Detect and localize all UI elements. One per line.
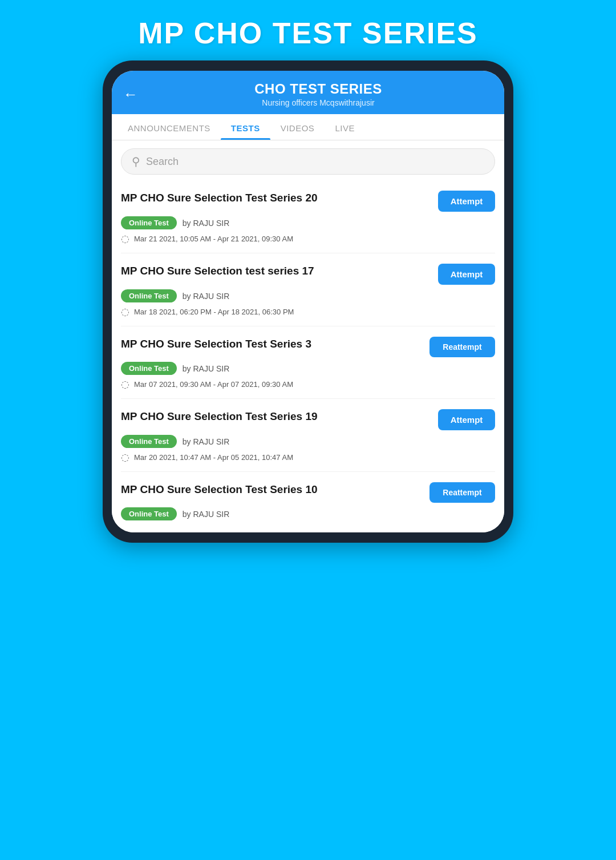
clock-icon: ◌ (121, 306, 129, 318)
header-title: CHO TEST SERIES (144, 81, 493, 97)
test-meta: Online Test by RAJU SIR (121, 435, 495, 448)
online-test-badge: Online Test (121, 507, 177, 520)
date-range: Mar 20 2021, 10:47 AM - Apr 05 2021, 10:… (134, 453, 293, 462)
clock-icon: ◌ (121, 451, 129, 463)
test-item: MP CHO Sure Selection Test Series 19 Att… (121, 399, 495, 472)
header-center: CHO TEST SERIES Nursing officers Mcqswit… (144, 81, 493, 107)
test-item-top: MP CHO Sure Selection Test Series 20 Att… (121, 191, 495, 212)
test-title: MP CHO Sure Selection Test Series 3 (121, 337, 423, 352)
test-meta: Online Test by RAJU SIR (121, 216, 495, 229)
search-bar: ⚲ Search (112, 140, 504, 180)
online-test-badge: Online Test (121, 435, 177, 448)
page-title: MP CHO TEST SERIES (138, 16, 478, 50)
clock-icon: ◌ (121, 378, 129, 390)
test-author: by RAJU SIR (183, 510, 229, 519)
test-date: ◌ Mar 18 2021, 06:20 PM - Apr 18 2021, 0… (121, 306, 495, 318)
date-range: Mar 07 2021, 09:30 AM - Apr 07 2021, 09:… (134, 380, 293, 389)
search-input-wrap[interactable]: ⚲ Search (121, 148, 495, 175)
test-meta: Online Test by RAJU SIR (121, 507, 495, 520)
test-author: by RAJU SIR (183, 219, 229, 228)
test-date: ◌ Mar 07 2021, 09:30 AM - Apr 07 2021, 0… (121, 378, 495, 390)
test-title: MP CHO Sure Selection test series 17 (121, 264, 431, 278)
online-test-badge: Online Test (121, 216, 177, 229)
search-icon: ⚲ (132, 155, 140, 168)
test-date: ◌ Mar 20 2021, 10:47 AM - Apr 05 2021, 1… (121, 451, 495, 463)
tab-announcements[interactable]: ANNOUNCEMENTS (117, 114, 221, 140)
test-item-top: MP CHO Sure Selection Test Series 19 Att… (121, 409, 495, 430)
test-item-top: MP CHO Sure Selection Test Series 3 Reat… (121, 337, 495, 357)
back-button[interactable]: ← (123, 86, 138, 103)
tab-videos[interactable]: VIDEOS (270, 114, 325, 140)
test-author: by RAJU SIR (183, 292, 229, 301)
attempt-button[interactable]: Attempt (438, 264, 495, 285)
test-item-top: MP CHO Sure Selection Test Series 10 Rea… (121, 482, 495, 503)
test-item: MP CHO Sure Selection test series 17 Att… (121, 253, 495, 326)
test-author: by RAJU SIR (183, 437, 229, 446)
reattempt-button[interactable]: Reattempt (429, 482, 495, 503)
test-title: MP CHO Sure Selection Test Series 19 (121, 409, 431, 424)
test-item: MP CHO Sure Selection Test Series 3 Reat… (121, 326, 495, 399)
phone-screen: ← CHO TEST SERIES Nursing officers Mcqsw… (112, 71, 504, 532)
test-meta: Online Test by RAJU SIR (121, 362, 495, 375)
date-range: Mar 18 2021, 06:20 PM - Apr 18 2021, 06:… (134, 308, 294, 316)
search-placeholder: Search (146, 156, 179, 168)
test-title: MP CHO Sure Selection Test Series 20 (121, 191, 431, 205)
online-test-badge: Online Test (121, 289, 177, 302)
phone-frame: ← CHO TEST SERIES Nursing officers Mcqsw… (103, 60, 513, 543)
test-item-top: MP CHO Sure Selection test series 17 Att… (121, 264, 495, 285)
test-item: MP CHO Sure Selection Test Series 20 Att… (121, 180, 495, 253)
app-header: ← CHO TEST SERIES Nursing officers Mcqsw… (112, 71, 504, 114)
reattempt-button[interactable]: Reattempt (429, 337, 495, 357)
tab-live[interactable]: LIVE (325, 114, 365, 140)
attempt-button[interactable]: Attempt (438, 409, 495, 430)
test-list: MP CHO Sure Selection Test Series 20 Att… (112, 180, 504, 532)
tab-tests[interactable]: TESTS (221, 114, 270, 140)
clock-icon: ◌ (121, 233, 129, 245)
test-author: by RAJU SIR (183, 364, 229, 373)
header-subtitle: Nursing officers Mcqswithrajusir (144, 98, 493, 107)
online-test-badge: Online Test (121, 362, 177, 375)
tabs-bar: ANNOUNCEMENTS TESTS VIDEOS LIVE (112, 114, 504, 140)
test-meta: Online Test by RAJU SIR (121, 289, 495, 302)
test-title: MP CHO Sure Selection Test Series 10 (121, 482, 423, 497)
attempt-button[interactable]: Attempt (438, 191, 495, 212)
test-date: ◌ Mar 21 2021, 10:05 AM - Apr 21 2021, 0… (121, 233, 495, 245)
test-item: MP CHO Sure Selection Test Series 10 Rea… (121, 472, 495, 532)
date-range: Mar 21 2021, 10:05 AM - Apr 21 2021, 09:… (134, 235, 293, 243)
